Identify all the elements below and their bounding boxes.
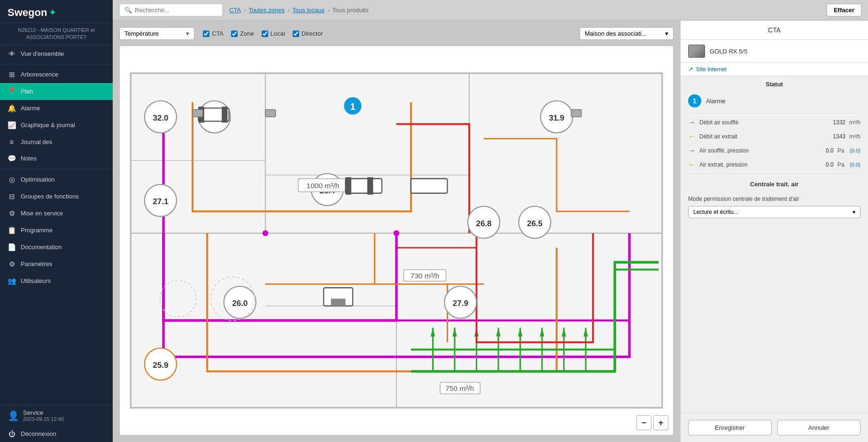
chevron-down-icon: ▾ [186,30,189,37]
extract-air-unit: m³/h [849,133,860,140]
graphique-label: Graphique & journal [21,122,75,129]
alarme-icon: 🔔 [8,104,16,113]
divider-2 [688,174,860,174]
checkbox-local-input[interactable] [262,30,268,37]
checkbox-local[interactable]: Local [262,30,285,37]
optimisation-label: Optimisation [21,176,54,183]
checkbox-cta-label: CTA [212,30,224,37]
device-name: GOLD RX 5/5 [710,48,747,55]
alarm-label: Alarme [706,98,725,105]
checkbox-cta-input[interactable] [203,30,209,37]
groupes-icon: ⊟ [8,192,16,201]
sidebar-item-logout[interactable]: ⏻ Déconnexion [0,426,113,442]
map-container[interactable]: 1 32.0 29.8 31.9 27.1 26 [119,46,674,435]
stat-row-3: ← Air extrait, pression 0.0 Pa (0.0) [681,158,868,172]
documentation-icon: 📄 [8,243,16,251]
user-section: 👤 Service 2023-09-15 12:40 [0,405,113,426]
checkbox-director-label: Director [302,30,323,37]
svg-text:750 m³/h: 750 m³/h [445,384,474,392]
supply-pressure-icon: → [688,146,696,155]
plan-icon: 📍 [8,87,16,96]
supply-pressure-value: 0.0 [826,147,834,154]
controls-bar: Température ▾ CTA Zone Local [119,27,674,40]
sidebar-item-alarme[interactable]: 🔔 Alarme [0,100,113,117]
svg-rect-58 [367,177,373,195]
checkbox-director[interactable]: Director [293,30,323,37]
building-dropdown[interactable]: Maison des associati... ▾ [580,27,674,40]
stat-row-0: → Débit air soufflé 1332 m³/h [681,115,868,130]
permission-chevron-icon: ▾ [852,209,855,215]
temperature-dropdown[interactable]: Température ▾ [119,27,194,40]
plan-label: Plan [21,88,33,95]
sidebar-item-utilisateurs[interactable]: 👥 Utilisateurs [0,273,113,290]
cancel-button[interactable]: Annuler [777,420,861,435]
optimisation-icon: ◎ [8,175,16,184]
logo-area: Swegon ✦ [0,0,113,23]
breadcrumb-sep-1: › [244,7,246,14]
programme-label: Programme [21,227,53,234]
extract-pressure-label: Air extrait, pression [699,161,822,168]
overview-label: Vue d'ensemble [21,50,64,57]
save-button[interactable]: Enregistrer [688,420,772,435]
sidebar-item-journal[interactable]: ≡ Journal des [0,134,113,150]
sidebar-item-notes[interactable]: 💬 Notes [0,150,113,167]
permission-dropdown[interactable]: Lecture et écritu... ▾ [688,206,860,218]
sidebar-item-groupes[interactable]: ⊟ Groupes de fonctions [0,188,113,205]
alarme-label: Alarme [21,105,40,112]
arborescence-label: Arborescence [21,71,58,78]
sidebar-item-documentation[interactable]: 📄 Documentation [0,239,113,256]
svg-point-68 [263,230,268,236]
groupes-label: Groupes de fonctions [21,193,79,200]
sidebar-item-mise-en-service[interactable]: ⚙ Mise en service [0,205,113,222]
parametres-icon: ⚙ [8,260,16,268]
permission-value: Lecture et écritu... [693,209,738,215]
svg-text:1000 m³/h: 1000 m³/h [307,182,340,190]
breadcrumb-locaux[interactable]: Tous locaux [292,7,325,14]
notes-label: Notes [21,155,37,162]
sidebar-item-arborescence[interactable]: ⊞ Arborescence [0,66,113,83]
search-input[interactable] [135,7,210,14]
supply-air-unit: m³/h [849,119,860,126]
checkbox-cta[interactable]: CTA [203,30,224,37]
search-icon: 🔍 [124,7,132,14]
panel-actions: Enregistrer Annuler [681,413,868,442]
service-icon: 👤 [8,410,19,421]
overview-icon: 👁 [8,50,16,58]
svg-rect-66 [265,110,276,117]
sidebar-item-optimisation[interactable]: ◎ Optimisation [0,171,113,188]
effacer-button[interactable]: Effacer [827,4,861,16]
temperature-label: Température [124,30,159,37]
user-date: 2023-09-15 12:40 [23,416,64,422]
svg-text:27.9: 27.9 [453,299,468,308]
sidebar-item-parametres[interactable]: ⚙ Paramètres [0,256,113,273]
device-icon [688,45,705,58]
nav-divider-2 [0,169,113,169]
search-box[interactable]: 🔍 [119,4,223,16]
checkbox-zone-input[interactable] [231,30,238,37]
checkbox-zone[interactable]: Zone [231,30,254,37]
notes-icon: 💬 [8,154,16,163]
documentation-label: Documentation [21,244,62,251]
breadcrumb-produits: Tous produits [332,7,368,14]
mise-en-service-icon: ⚙ [8,209,16,218]
sidebar-item-programme[interactable]: 📋 Programme [0,222,113,239]
site-internet-link[interactable]: ↗ Site Internet [681,63,868,76]
sidebar-item-overview[interactable]: 👁 Vue d'ensemble [0,46,113,62]
extract-pressure-ref: (0.0) [850,162,860,168]
logout-label: Déconnexion [21,430,56,437]
sidebar-item-plan[interactable]: 📍 Plan [0,83,113,100]
divider-1 [688,113,860,114]
svg-rect-55 [222,107,227,122]
checkbox-zone-label: Zone [240,30,254,37]
zoom-out-button[interactable]: − [636,415,651,430]
checkbox-director-input[interactable] [293,30,299,37]
zoom-in-button[interactable]: + [653,415,668,430]
supply-air-label: Débit air soufflé [699,119,829,126]
breadcrumb-zones[interactable]: Toutes zones [248,7,285,14]
floor-plan-svg: 1 32.0 29.8 31.9 27.1 26 [120,46,673,435]
supply-air-value: 1332 [833,119,845,126]
graphique-icon: 📈 [8,121,16,130]
sidebar-item-graphique[interactable]: 📈 Graphique & journal [0,117,113,134]
nav-divider-1 [0,64,113,64]
breadcrumb-cta[interactable]: CTA [229,7,241,14]
